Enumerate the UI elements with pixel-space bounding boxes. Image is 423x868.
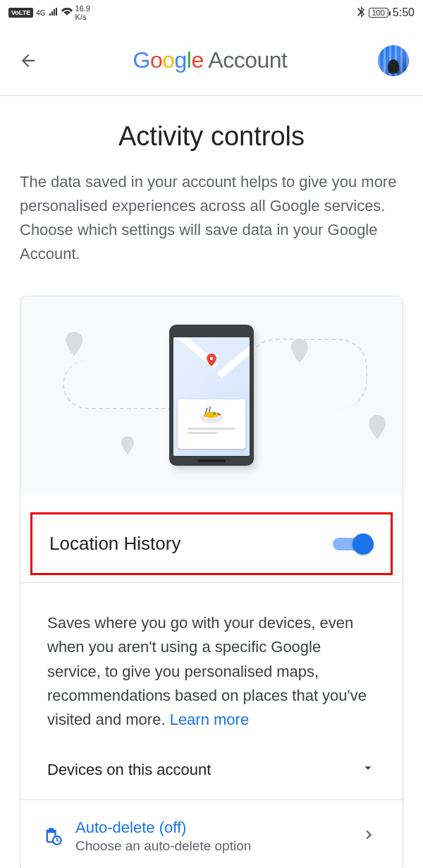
location-history-toggle[interactable] xyxy=(333,534,374,555)
clock: 5:50 xyxy=(393,6,415,19)
signal-icon xyxy=(49,7,59,18)
location-history-description: Saves where you go with your devices, ev… xyxy=(47,611,376,731)
auto-delete-icon xyxy=(43,826,63,846)
bluetooth-icon xyxy=(357,6,364,20)
map-pin-icon xyxy=(288,339,311,368)
auto-delete-row[interactable]: Auto-delete (off) Choose an auto-delete … xyxy=(20,800,403,868)
chevron-right-icon xyxy=(360,827,376,845)
learn-more-link[interactable]: Learn more xyxy=(170,711,250,728)
battery-indicator: 100 xyxy=(369,8,388,18)
svg-point-2 xyxy=(213,412,216,415)
app-header: Google Account xyxy=(0,25,423,96)
phone-illustration xyxy=(169,325,254,466)
back-button[interactable] xyxy=(14,47,42,75)
status-left: VoLTE 4G 16.9 K/s xyxy=(8,4,90,21)
status-bar: VoLTE 4G 16.9 K/s 100 5:50 xyxy=(0,0,423,25)
auto-delete-title: Auto-delete (off) xyxy=(75,819,348,837)
auto-delete-subtitle: Choose an auto-delete option xyxy=(75,838,348,854)
map-pin-icon xyxy=(63,332,85,361)
location-history-label: Location History xyxy=(49,533,180,555)
map-pin-icon xyxy=(366,415,388,445)
location-history-description-section: Saves where you go with your devices, ev… xyxy=(20,582,403,799)
wifi-icon xyxy=(61,7,73,18)
page-title: Activity controls xyxy=(14,121,409,152)
volte-badge: VoLTE xyxy=(8,8,33,18)
devices-label: Devices on this account xyxy=(47,761,211,779)
illustration xyxy=(20,296,403,494)
location-history-card: Location History Saves where you go with… xyxy=(20,296,403,868)
page-description: The data saved in your account helps to … xyxy=(0,170,423,266)
devices-on-account-row[interactable]: Devices on this account xyxy=(47,760,376,780)
avatar[interactable] xyxy=(378,45,409,76)
auto-delete-text: Auto-delete (off) Choose an auto-delete … xyxy=(75,819,348,854)
header-title: Google Account xyxy=(42,47,378,73)
network-type: 4G xyxy=(36,9,45,17)
network-speed: 16.9 K/s xyxy=(75,4,90,21)
chevron-down-icon xyxy=(360,760,376,780)
location-history-toggle-row: Location History xyxy=(30,512,393,575)
status-right: 100 5:50 xyxy=(357,6,415,20)
location-pin-icon xyxy=(205,351,218,368)
map-pin-icon xyxy=(119,436,136,459)
svg-point-1 xyxy=(204,412,219,418)
